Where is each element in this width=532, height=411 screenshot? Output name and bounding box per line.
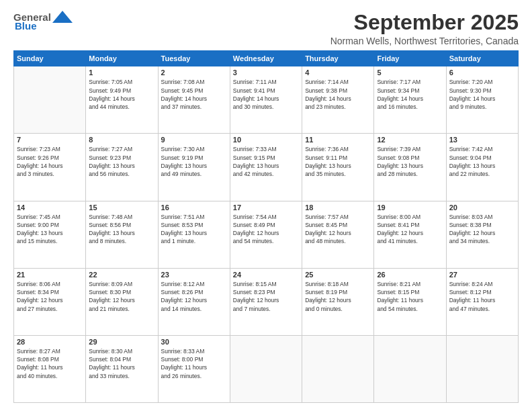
- table-cell: 5Sunrise: 7:17 AMSunset: 9:34 PMDaylight…: [374, 66, 446, 134]
- table-cell: 19Sunrise: 8:00 AMSunset: 8:41 PMDayligh…: [374, 201, 446, 268]
- day-number: 11: [305, 136, 371, 144]
- day-info: Sunrise: 7:20 AMSunset: 9:30 PMDaylight:…: [449, 78, 515, 111]
- table-cell: [14, 66, 86, 134]
- logo-icon: [52, 11, 73, 23]
- table-cell: 29Sunrise: 8:30 AMSunset: 8:04 PMDayligh…: [86, 335, 158, 402]
- table-cell: 14Sunrise: 7:45 AMSunset: 9:00 PMDayligh…: [14, 201, 86, 268]
- table-cell: 2Sunrise: 7:08 AMSunset: 9:45 PMDaylight…: [158, 66, 230, 134]
- day-info: Sunrise: 7:54 AMSunset: 8:49 PMDaylight:…: [233, 213, 299, 246]
- table-cell: 30Sunrise: 8:33 AMSunset: 8:00 PMDayligh…: [158, 335, 230, 402]
- col-monday: Monday: [86, 51, 158, 66]
- col-saturday: Saturday: [446, 51, 518, 66]
- day-number: 9: [161, 136, 227, 144]
- week-row-5: 28Sunrise: 8:27 AMSunset: 8:08 PMDayligh…: [14, 335, 519, 402]
- day-info: Sunrise: 8:12 AMSunset: 8:26 PMDaylight:…: [161, 280, 227, 313]
- day-number: 16: [161, 203, 227, 212]
- day-number: 29: [89, 338, 154, 346]
- day-number: 1: [89, 68, 154, 77]
- day-info: Sunrise: 7:42 AMSunset: 9:04 PMDaylight:…: [449, 145, 515, 178]
- day-number: 10: [233, 136, 299, 144]
- table-cell: 6Sunrise: 7:20 AMSunset: 9:30 PMDaylight…: [446, 66, 518, 134]
- day-info: Sunrise: 8:30 AMSunset: 8:04 PMDaylight:…: [89, 347, 154, 380]
- day-number: 2: [161, 68, 227, 77]
- table-cell: 15Sunrise: 7:48 AMSunset: 8:56 PMDayligh…: [86, 201, 158, 268]
- table-cell: 9Sunrise: 7:30 AMSunset: 9:19 PMDaylight…: [158, 134, 230, 201]
- day-number: 23: [161, 271, 227, 279]
- day-number: 25: [305, 271, 371, 279]
- day-info: Sunrise: 7:57 AMSunset: 8:45 PMDaylight:…: [305, 213, 371, 246]
- col-sunday: Sunday: [14, 51, 86, 66]
- day-number: 19: [377, 203, 443, 212]
- day-info: Sunrise: 7:05 AMSunset: 9:49 PMDaylight:…: [89, 78, 154, 111]
- table-cell: 20Sunrise: 8:03 AMSunset: 8:38 PMDayligh…: [446, 201, 518, 268]
- day-info: Sunrise: 8:00 AMSunset: 8:41 PMDaylight:…: [377, 213, 443, 246]
- day-info: Sunrise: 7:33 AMSunset: 9:15 PMDaylight:…: [233, 145, 299, 178]
- day-info: Sunrise: 7:14 AMSunset: 9:38 PMDaylight:…: [305, 78, 371, 111]
- header: General Blue September 2025 Norman Wells…: [13, 11, 519, 46]
- table-cell: 17Sunrise: 7:54 AMSunset: 8:49 PMDayligh…: [230, 201, 302, 268]
- col-tuesday: Tuesday: [158, 51, 230, 66]
- table-cell: 1Sunrise: 7:05 AMSunset: 9:49 PMDaylight…: [86, 66, 158, 134]
- table-cell: 22Sunrise: 8:09 AMSunset: 8:30 PMDayligh…: [86, 268, 158, 335]
- day-number: 30: [161, 338, 227, 346]
- table-cell: [230, 335, 302, 402]
- day-number: 7: [17, 136, 83, 144]
- day-number: 8: [89, 136, 154, 144]
- col-friday: Friday: [374, 51, 446, 66]
- week-row-4: 21Sunrise: 8:06 AMSunset: 8:34 PMDayligh…: [14, 268, 519, 335]
- table-cell: [302, 335, 374, 402]
- day-number: 21: [17, 271, 83, 279]
- week-row-2: 7Sunrise: 7:23 AMSunset: 9:26 PMDaylight…: [14, 134, 519, 201]
- title-area: September 2025 Norman Wells, Northwest T…: [330, 11, 519, 46]
- day-info: Sunrise: 8:27 AMSunset: 8:08 PMDaylight:…: [17, 347, 83, 380]
- location-title: Norman Wells, Northwest Territories, Can…: [330, 36, 519, 46]
- table-cell: 23Sunrise: 8:12 AMSunset: 8:26 PMDayligh…: [158, 268, 230, 335]
- calendar: Sunday Monday Tuesday Wednesday Thursday…: [13, 50, 519, 403]
- day-number: 4: [305, 68, 371, 77]
- table-cell: 11Sunrise: 7:36 AMSunset: 9:11 PMDayligh…: [302, 134, 374, 201]
- week-row-3: 14Sunrise: 7:45 AMSunset: 9:00 PMDayligh…: [14, 201, 519, 268]
- day-info: Sunrise: 7:08 AMSunset: 9:45 PMDaylight:…: [161, 78, 227, 111]
- day-info: Sunrise: 7:27 AMSunset: 9:23 PMDaylight:…: [89, 145, 154, 178]
- logo-blue: Blue: [15, 20, 37, 32]
- day-info: Sunrise: 8:21 AMSunset: 8:15 PMDaylight:…: [377, 280, 443, 313]
- col-thursday: Thursday: [302, 51, 374, 66]
- day-info: Sunrise: 7:51 AMSunset: 8:53 PMDaylight:…: [161, 213, 227, 246]
- logo: General Blue: [13, 11, 73, 32]
- svg-marker-0: [52, 11, 73, 23]
- table-cell: 12Sunrise: 7:39 AMSunset: 9:08 PMDayligh…: [374, 134, 446, 201]
- day-number: 17: [233, 203, 299, 212]
- table-cell: 26Sunrise: 8:21 AMSunset: 8:15 PMDayligh…: [374, 268, 446, 335]
- table-cell: 21Sunrise: 8:06 AMSunset: 8:34 PMDayligh…: [14, 268, 86, 335]
- table-cell: 8Sunrise: 7:27 AMSunset: 9:23 PMDaylight…: [86, 134, 158, 201]
- day-number: 22: [89, 271, 154, 279]
- day-number: 28: [17, 338, 83, 346]
- table-cell: 27Sunrise: 8:24 AMSunset: 8:12 PMDayligh…: [446, 268, 518, 335]
- table-cell: 24Sunrise: 8:15 AMSunset: 8:23 PMDayligh…: [230, 268, 302, 335]
- day-number: 13: [449, 136, 515, 144]
- table-cell: [446, 335, 518, 402]
- day-info: Sunrise: 7:11 AMSunset: 9:41 PMDaylight:…: [233, 78, 299, 111]
- day-number: 20: [449, 203, 515, 212]
- table-cell: 3Sunrise: 7:11 AMSunset: 9:41 PMDaylight…: [230, 66, 302, 134]
- day-info: Sunrise: 7:17 AMSunset: 9:34 PMDaylight:…: [377, 78, 443, 111]
- table-cell: 16Sunrise: 7:51 AMSunset: 8:53 PMDayligh…: [158, 201, 230, 268]
- table-cell: 7Sunrise: 7:23 AMSunset: 9:26 PMDaylight…: [14, 134, 86, 201]
- day-info: Sunrise: 7:45 AMSunset: 9:00 PMDaylight:…: [17, 213, 83, 246]
- table-cell: 10Sunrise: 7:33 AMSunset: 9:15 PMDayligh…: [230, 134, 302, 201]
- day-info: Sunrise: 7:39 AMSunset: 9:08 PMDaylight:…: [377, 145, 443, 178]
- day-number: 14: [17, 203, 83, 212]
- table-cell: 18Sunrise: 7:57 AMSunset: 8:45 PMDayligh…: [302, 201, 374, 268]
- day-number: 5: [377, 68, 443, 77]
- day-number: 15: [89, 203, 154, 212]
- day-number: 12: [377, 136, 443, 144]
- day-number: 24: [233, 271, 299, 279]
- day-number: 18: [305, 203, 371, 212]
- day-info: Sunrise: 7:30 AMSunset: 9:19 PMDaylight:…: [161, 145, 227, 178]
- day-info: Sunrise: 8:33 AMSunset: 8:00 PMDaylight:…: [161, 347, 227, 380]
- week-row-1: 1Sunrise: 7:05 AMSunset: 9:49 PMDaylight…: [14, 66, 519, 134]
- day-number: 6: [449, 68, 515, 77]
- table-cell: [374, 335, 446, 402]
- calendar-header-row: Sunday Monday Tuesday Wednesday Thursday…: [14, 51, 519, 66]
- day-info: Sunrise: 7:36 AMSunset: 9:11 PMDaylight:…: [305, 145, 371, 178]
